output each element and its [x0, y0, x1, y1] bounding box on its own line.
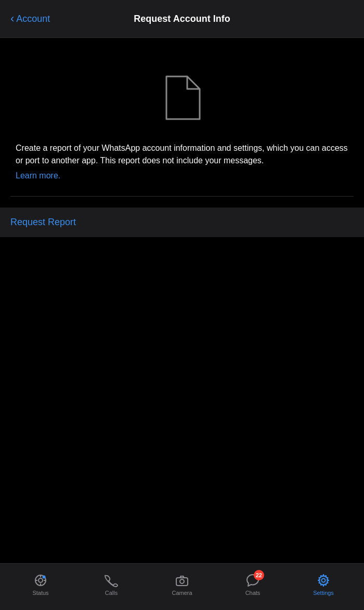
- back-chevron-icon: ‹: [10, 13, 14, 24]
- chats-icon: 22: [245, 573, 260, 588]
- calls-tab-label: Calls: [105, 590, 118, 596]
- tab-bar: Status Calls Camera 22 Chats: [0, 563, 364, 610]
- svg-point-6: [43, 575, 46, 578]
- description-section: Create a report of your WhatsApp account…: [10, 142, 354, 197]
- back-label: Account: [16, 14, 50, 24]
- chats-tab-label: Chats: [245, 590, 261, 596]
- status-tab-label: Status: [32, 590, 48, 596]
- document-icon: [161, 74, 203, 121]
- main-content: Create a report of your WhatsApp account…: [0, 38, 364, 207]
- page-title: Request Account Info: [134, 14, 230, 24]
- camera-icon: [175, 573, 189, 588]
- settings-icon: [316, 573, 331, 588]
- svg-point-1: [38, 578, 43, 582]
- tab-camera[interactable]: Camera: [147, 573, 217, 596]
- settings-tab-label: Settings: [313, 590, 334, 596]
- svg-point-9: [322, 578, 326, 582]
- tab-calls[interactable]: Calls: [76, 573, 147, 596]
- file-icon-area: [10, 59, 354, 142]
- calls-icon: [104, 573, 119, 588]
- tab-settings[interactable]: Settings: [288, 573, 359, 596]
- request-report-button[interactable]: Request Report: [10, 217, 76, 228]
- status-icon: [33, 573, 48, 588]
- tab-status[interactable]: Status: [5, 573, 76, 596]
- chats-badge: 22: [254, 570, 264, 580]
- svg-point-8: [180, 579, 184, 583]
- tab-chats[interactable]: 22 Chats: [217, 573, 288, 596]
- learn-more-link[interactable]: Learn more.: [16, 171, 60, 180]
- request-report-section[interactable]: Request Report: [0, 207, 364, 237]
- back-button[interactable]: ‹ Account: [10, 13, 50, 24]
- camera-tab-label: Camera: [172, 590, 192, 596]
- description-text: Create a report of your WhatsApp account…: [16, 142, 348, 167]
- nav-bar: ‹ Account Request Account Info: [0, 0, 364, 38]
